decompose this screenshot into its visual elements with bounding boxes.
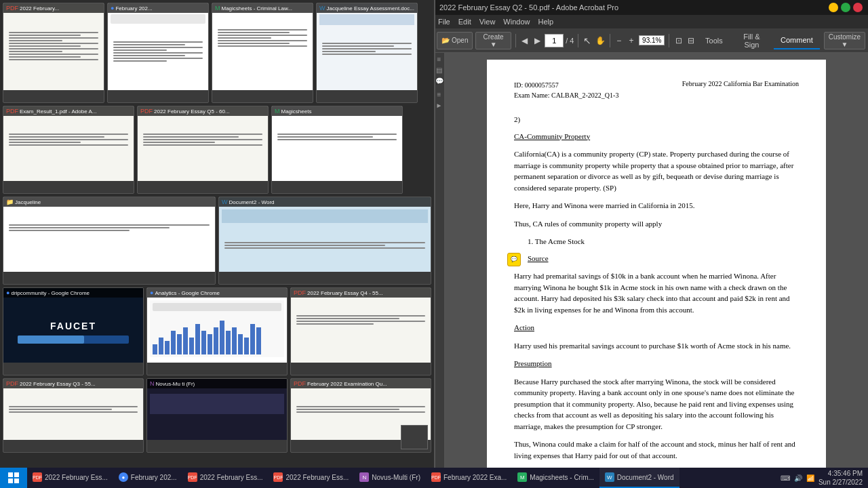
menu-edit[interactable]: Edit <box>458 18 471 26</box>
thumb-label: February 2022 Examination Qu... <box>307 381 387 387</box>
taskbar-item-novus[interactable]: N Novus-Multi (Fr) <box>354 468 426 488</box>
thumb-novus[interactable]: N Novus-Mu ti (Fr) <box>146 378 288 453</box>
thumb-analytics[interactable]: ● Analytics - Google Chrome <box>146 287 288 375</box>
section-number: 2) <box>514 114 799 125</box>
analytics-bar <box>201 331 206 354</box>
para-community-property: California(CA) is a community property (… <box>514 148 799 193</box>
analytics-bar <box>214 327 218 354</box>
analytics-bar <box>165 341 170 354</box>
thumb-2022-essay-q5[interactable]: PDF 2022 February Essay Q5 - 60... <box>137 106 269 194</box>
svg-rect-1 <box>14 472 19 477</box>
taskbar-item-adobe3[interactable]: PDF 2022 February Ess... <box>268 468 354 488</box>
close-button[interactable] <box>853 3 863 12</box>
maximize-button[interactable] <box>841 3 850 12</box>
thumbnail-row-5: PDF 2022 February Essay Q3 - 55... N Nov… <box>0 375 434 455</box>
thumb-document2-word[interactable]: W Document2 - Word <box>218 197 431 285</box>
menu-file[interactable]: File <box>438 18 450 26</box>
tools-tab[interactable]: Tools <box>698 32 730 49</box>
taskbar-item-adobe1[interactable]: PDF 2022 February Ess... <box>27 468 113 488</box>
thumb-label: Magicsheets - Criminal Law... <box>222 5 292 12</box>
pdf-body: 2) CA-Community Property California(CA) … <box>514 114 799 461</box>
vertical-divider <box>434 0 435 468</box>
hand-icon[interactable]: ✋ <box>595 35 606 46</box>
thumb-dripcommunity[interactable]: ● dripcommunity - Google Chrome FAUCET <box>3 287 144 375</box>
pdf-icon: PDF <box>6 5 18 12</box>
pdf-icon-5: PDF <box>6 380 18 387</box>
taskbar-item-adobe4[interactable]: PDF February 2022 Exa... <box>426 468 512 488</box>
create-button[interactable]: Create ▼ <box>475 32 511 49</box>
minimize-button[interactable] <box>829 3 838 12</box>
fit-width-icon[interactable]: ⊟ <box>686 35 696 46</box>
thumb-2022-essay-q3[interactable]: PDF 2022 February Essay Q3 - 55... <box>3 378 144 453</box>
thumb-label: Analytics - Google Chrome <box>155 290 220 296</box>
zoom-in-icon[interactable]: + <box>627 35 636 46</box>
thumb-magicsheets[interactable]: M Magicsheets <box>271 106 403 194</box>
customize-button[interactable]: Customize ▼ <box>824 32 865 49</box>
thumb-jacqueline-word[interactable]: W Jacqueline Essay Assessment.doc... <box>316 3 418 103</box>
start-button[interactable] <box>0 468 27 488</box>
analytics-bar <box>159 338 163 354</box>
thumb-jacqueline-folder[interactable]: 📁 Jacqueline <box>3 197 216 285</box>
taskbar-item-label: Novus-Multi (Fr) <box>372 474 420 481</box>
page-input[interactable]: 1 <box>545 34 564 47</box>
menu-help[interactable]: Help <box>538 18 553 26</box>
pdf-taskbar-icon-3: PDF <box>273 472 283 482</box>
analytics-bar <box>208 334 212 354</box>
toolbar-right: Tools Fill & Sign Comment Customize ▼ <box>698 32 865 49</box>
page-total: 4 <box>570 37 574 45</box>
pdf-main: ≡ ▤ 💬 ≡ ► ID: 0000057557 Exam Name: CALB… <box>434 53 868 468</box>
para-presumption-text: Because Harry purchased the stock after … <box>514 376 799 432</box>
comment-bubble-source[interactable]: 💬 <box>507 253 521 266</box>
pdf-icon-6: PDF <box>294 380 306 387</box>
thumb-2022-feb-essay[interactable]: PDF 2022 February... <box>3 3 104 103</box>
pdf-taskbar-icon: PDF <box>33 472 42 482</box>
thumb-magicsheets-criminal[interactable]: M Magicsheets - Criminal Law... <box>212 3 313 103</box>
tray-icon-2: 🔊 <box>794 474 802 482</box>
titlebar-controls <box>829 3 863 12</box>
thumb-label: Document2 - Word <box>229 199 275 205</box>
thumb-2022-essay-q4[interactable]: PDF 2022 February Essay Q4 - 55... <box>290 287 431 375</box>
thumb-label: 2022 February Essay Q4 - 55... <box>307 290 383 296</box>
comment-icon-source[interactable]: 💬 <box>507 253 521 266</box>
fill-sign-tab[interactable]: Fill & Sign <box>734 32 770 49</box>
thumb-feb-examination-qu[interactable]: PDF February 2022 Examination Qu... <box>290 378 431 453</box>
sidebar-annot-icon[interactable]: 💬 <box>435 77 443 85</box>
zoom-out-icon[interactable]: − <box>614 35 623 46</box>
zoom-input[interactable]: 93.1% <box>639 35 665 45</box>
forward-icon[interactable]: ▶ <box>532 35 542 46</box>
analytics-bar <box>226 331 231 354</box>
tray-date: Sun 2/27/2022 <box>818 478 863 487</box>
menu-view[interactable]: View <box>479 18 496 26</box>
thumb-february-chrome[interactable]: ● February 202... <box>107 3 209 103</box>
taskbar-item-word[interactable]: W Document2 - Word <box>599 468 679 488</box>
analytics-bar <box>183 327 188 354</box>
desktop-area: PDF 2022 February... ● February 202... M… <box>0 0 434 468</box>
sidebar-bookmarks-icon[interactable]: ≡ <box>435 56 443 64</box>
open-button[interactable]: 📂 Open <box>437 32 473 49</box>
sidebar-pages-icon[interactable]: ▤ <box>435 66 443 75</box>
chrome-icon-2: ● <box>6 289 9 296</box>
sidebar-arrow-icon[interactable]: ► <box>435 102 443 110</box>
source-label: Source <box>528 254 549 262</box>
faucet-progress-bar <box>18 336 130 344</box>
back-icon[interactable]: ◀ <box>520 35 530 46</box>
thumbnail-row-2: PDF Exam_Result_1.pdf - Adobe A... PDF 2… <box>0 106 434 194</box>
taskbar-item-chrome1[interactable]: ● February 202... <box>113 468 182 488</box>
svg-rect-2 <box>8 479 13 483</box>
toolbar-separator-3 <box>610 34 610 47</box>
sidebar-layers-icon[interactable]: ≡ <box>435 91 443 99</box>
menu-window[interactable]: Window <box>503 18 530 26</box>
tray-icon-3: 📶 <box>806 474 814 482</box>
toolbar-separator <box>515 34 516 47</box>
para-action-text: Harry used his premarital savings accoun… <box>514 340 799 352</box>
tray-time[interactable]: 4:35:46 PM Sun 2/27/2022 <box>818 469 863 487</box>
taskbar-item-adobe2[interactable]: PDF 2022 February Ess... <box>182 468 269 488</box>
taskbar-item-label: 2022 February Ess... <box>45 474 108 481</box>
thumb-exam-result[interactable]: PDF Exam_Result_1.pdf - Adobe A... <box>3 106 134 194</box>
folder-icon: 📁 <box>6 199 14 205</box>
select-icon[interactable]: ↖ <box>583 35 592 46</box>
fit-page-icon[interactable]: ⊡ <box>673 35 683 46</box>
thumb-label: Jacqueline <box>15 199 41 205</box>
comment-tab[interactable]: Comment <box>774 32 820 49</box>
taskbar-item-magicsheets[interactable]: M Magicsheets - Crim... <box>512 468 599 488</box>
